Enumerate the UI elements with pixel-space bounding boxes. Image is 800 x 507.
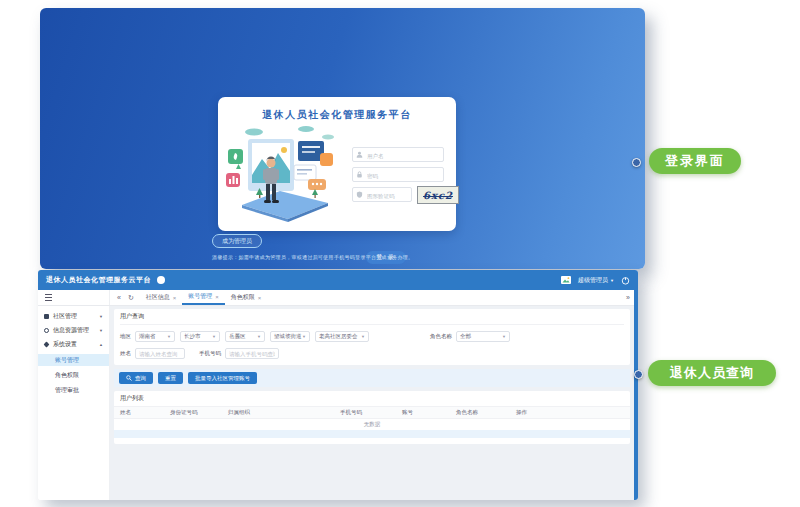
- chevron-down-icon: ▼: [99, 314, 103, 319]
- chevron-down-icon: ▼: [212, 334, 216, 339]
- col-name: 姓名: [120, 409, 170, 416]
- username-input[interactable]: [365, 148, 445, 163]
- district-select[interactable]: 岳麓区 ▼: [225, 331, 265, 342]
- name-label: 姓名: [120, 350, 131, 357]
- login-card: 退休人员社会化管理服务平台: [218, 97, 456, 231]
- page: 退休人员社会化管理服务平台: [0, 0, 800, 507]
- menu-toggle-icon[interactable]: [45, 294, 52, 301]
- close-icon[interactable]: ×: [173, 295, 177, 301]
- expand-tabs-icon[interactable]: »: [626, 294, 630, 301]
- login-tip: 温馨提示：如需申请成为管理员，审核通过后可使用手机号码登录平台完成业务办理。: [212, 254, 413, 260]
- resource-icon: [44, 328, 49, 333]
- col-phone: 手机号码: [340, 409, 402, 416]
- chevron-down-icon: ▼: [167, 334, 171, 339]
- role-label: 角色名称: [430, 333, 452, 340]
- search-icon: [126, 375, 132, 381]
- become-admin-button[interactable]: 成为管理员: [212, 234, 262, 248]
- chevron-down-icon: ▼: [257, 334, 261, 339]
- avatar-image-icon[interactable]: [561, 276, 571, 284]
- filter-title: 用户查询: [120, 312, 624, 325]
- refresh-icon[interactable]: ↻: [128, 294, 134, 301]
- captcha-image[interactable]: 6xc2: [417, 186, 459, 204]
- callout-login-label: 登录界面: [649, 148, 741, 174]
- chevron-down-icon: ▼: [361, 334, 365, 339]
- region-label: 地区: [120, 333, 131, 340]
- callout-dot-query: [634, 370, 643, 379]
- user-name: 超级管理员: [578, 276, 608, 285]
- callout-query-label: 退休人员查询: [648, 360, 776, 386]
- username-field[interactable]: [352, 147, 444, 162]
- sidebar-header: [38, 290, 110, 305]
- tab-strip: « ↻ 社区信息 × 账号管理 × 角色权限 × »: [38, 290, 638, 306]
- user-icon: [356, 151, 363, 158]
- phone-label: 手机号码: [199, 350, 221, 357]
- community-select[interactable]: 老高社区居委会 ▼: [315, 331, 369, 342]
- shield-icon: [356, 191, 363, 198]
- user-list-panel: 用户列表 姓名 身份证号码 归属组织 手机号码 账号 角色名称 操作 无数据: [114, 391, 630, 444]
- sidebar-item-resources[interactable]: 信息资源管理 ▼: [38, 323, 109, 337]
- app-header: 退休人员社会化管理服务云平台 超级管理员 ▼: [38, 270, 638, 290]
- role-select[interactable]: 全部 ▼: [456, 331, 510, 342]
- filter-panel: 用户查询 地区 湖南省 ▼ 长沙市 ▼ 岳麓区 ▼: [114, 309, 630, 365]
- chevron-down-icon: ▼: [502, 334, 506, 339]
- sidebar-item-approvals[interactable]: 管理审批: [38, 384, 109, 396]
- sidebar-item-role-perms[interactable]: 角色权限: [38, 369, 109, 381]
- password-field[interactable]: [352, 167, 444, 182]
- empty-state: 无数据: [114, 419, 630, 430]
- city-select[interactable]: 长沙市 ▼: [180, 331, 220, 342]
- name-input[interactable]: [135, 348, 185, 359]
- table-stripe: [114, 430, 630, 438]
- community-icon: [44, 314, 49, 319]
- col-actions: 操作: [516, 409, 630, 416]
- action-bar: 查询 重置 批量导入社区管理账号: [114, 369, 630, 387]
- callout-dot-login: [632, 158, 641, 167]
- chevron-up-icon: ▲: [99, 342, 103, 347]
- login-title: 退休人员社会化管理服务平台: [218, 108, 456, 122]
- phone-input[interactable]: [225, 348, 279, 359]
- logo-circle: [157, 276, 165, 284]
- col-id-number: 身份证号码: [170, 409, 228, 416]
- col-account: 账号: [402, 409, 456, 416]
- tab-account-management[interactable]: 账号管理 ×: [182, 290, 225, 305]
- close-icon[interactable]: ×: [258, 295, 262, 301]
- window-edge: [634, 290, 638, 500]
- province-select[interactable]: 湖南省 ▼: [135, 331, 175, 342]
- user-menu[interactable]: 超级管理员 ▼: [578, 276, 614, 285]
- col-role: 角色名称: [456, 409, 516, 416]
- close-icon[interactable]: ×: [215, 294, 219, 300]
- table-title: 用户列表: [114, 394, 630, 406]
- logout-power-icon[interactable]: [621, 276, 630, 285]
- chevron-down-icon: ▼: [99, 328, 103, 333]
- sidebar-item-accounts[interactable]: 账号管理: [38, 354, 109, 366]
- admin-screenshot: 退休人员社会化管理服务云平台 超级管理员 ▼ « ↻ 社区信息: [38, 270, 638, 500]
- open-tabs: 社区信息 × 账号管理 × 角色权限 ×: [140, 290, 268, 305]
- login-illustration: [224, 123, 348, 225]
- password-input[interactable]: [365, 168, 445, 183]
- tab-role-permissions[interactable]: 角色权限 ×: [225, 290, 268, 305]
- login-screenshot: 退休人员社会化管理服务平台: [40, 8, 645, 269]
- login-form: 6xc2 登 录: [352, 147, 444, 207]
- street-select[interactable]: 望城坡街道 ▼: [270, 331, 310, 342]
- sidebar-item-settings[interactable]: 系统设置 ▲: [38, 337, 109, 351]
- col-organization: 归属组织: [228, 409, 340, 416]
- settings-icon: [43, 341, 49, 347]
- filter-row-region: 地区 湖南省 ▼ 长沙市 ▼ 岳麓区 ▼: [120, 331, 624, 342]
- chevron-down-icon: ▼: [610, 278, 614, 283]
- lock-icon: [356, 171, 363, 178]
- captcha-input[interactable]: [365, 188, 413, 203]
- search-button[interactable]: 查询: [119, 372, 153, 384]
- collapse-tabs-icon[interactable]: «: [117, 294, 121, 301]
- app-title: 退休人员社会化管理服务云平台: [46, 275, 151, 285]
- sidebar: 社区管理 ▼ 信息资源管理 ▼ 系统设置 ▲ 账号管理 角色权限: [38, 306, 110, 500]
- batch-import-button[interactable]: 批量导入社区管理账号: [188, 372, 257, 384]
- captcha-text: 6xc2: [423, 190, 453, 201]
- filter-row-name-phone: 姓名 手机号码: [120, 348, 624, 359]
- reset-button[interactable]: 重置: [158, 372, 183, 384]
- table-header: 姓名 身份证号码 归属组织 手机号码 账号 角色名称 操作: [114, 406, 630, 419]
- main-content: 用户查询 地区 湖南省 ▼ 长沙市 ▼ 岳麓区 ▼: [110, 306, 638, 500]
- chevron-down-icon: ▼: [302, 334, 306, 339]
- tab-community-info[interactable]: 社区信息 ×: [140, 290, 183, 305]
- sidebar-item-community[interactable]: 社区管理 ▼: [38, 309, 109, 323]
- captcha-field[interactable]: 6xc2: [352, 187, 412, 202]
- app-body: 社区管理 ▼ 信息资源管理 ▼ 系统设置 ▲ 账号管理 角色权限: [38, 306, 638, 500]
